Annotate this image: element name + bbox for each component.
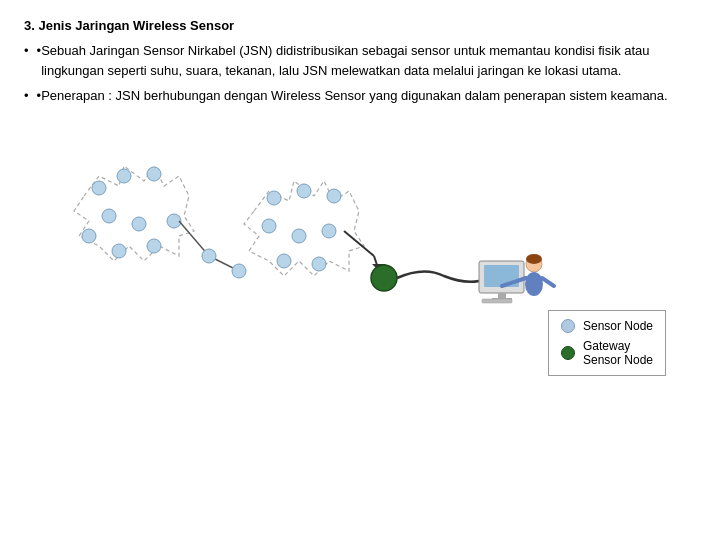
svg-marker-0 <box>74 166 194 261</box>
gateway-node-icon <box>561 346 575 360</box>
svg-point-10 <box>167 214 181 228</box>
svg-line-35 <box>542 278 554 286</box>
svg-point-5 <box>102 209 116 223</box>
svg-rect-36 <box>482 299 512 303</box>
svg-point-4 <box>147 167 161 181</box>
svg-point-26 <box>371 265 397 291</box>
svg-point-2 <box>92 181 106 195</box>
legend-sensor-node: Sensor Node <box>561 319 653 333</box>
svg-point-7 <box>82 229 96 243</box>
network-diagram <box>24 116 584 386</box>
diagram-area: Sensor Node Gateway Sensor Node <box>24 116 696 396</box>
page-content: 3. Jenis Jaringan Wireless Sensor • Sebu… <box>0 0 720 414</box>
bullet-text-1: Sebuah Jaringan Sensor Nirkabel (JSN) di… <box>41 41 696 80</box>
svg-point-15 <box>267 191 281 205</box>
legend-box: Sensor Node Gateway Sensor Node <box>548 310 666 376</box>
list-item-2: • Penerapan : JSN berhubungan dengan Wir… <box>24 86 696 106</box>
svg-point-18 <box>262 219 276 233</box>
svg-point-8 <box>112 244 126 258</box>
sensor-node-icon <box>561 319 575 333</box>
svg-point-13 <box>202 249 216 263</box>
page-title: 3. Jenis Jaringan Wireless Sensor <box>24 18 696 33</box>
svg-point-3 <box>117 169 131 183</box>
svg-point-16 <box>297 184 311 198</box>
list-item-1: • Sebuah Jaringan Sensor Nirkabel (JSN) … <box>24 41 696 80</box>
sensor-node-label: Sensor Node <box>583 319 653 333</box>
svg-point-14 <box>232 264 246 278</box>
svg-line-23 <box>344 231 374 256</box>
svg-point-6 <box>132 217 146 231</box>
bullet-list: • Sebuah Jaringan Sensor Nirkabel (JSN) … <box>24 41 696 106</box>
svg-point-32 <box>526 254 542 264</box>
svg-point-17 <box>327 189 341 203</box>
svg-point-22 <box>312 257 326 271</box>
svg-point-19 <box>292 229 306 243</box>
bullet-text-2: Penerapan : JSN berhubungan dengan Wirel… <box>41 86 668 106</box>
gateway-label: Gateway Sensor Node <box>583 339 653 367</box>
svg-point-33 <box>525 272 543 296</box>
svg-point-9 <box>147 239 161 253</box>
svg-point-21 <box>277 254 291 268</box>
legend-gateway-node: Gateway Sensor Node <box>561 339 653 367</box>
svg-point-20 <box>322 224 336 238</box>
